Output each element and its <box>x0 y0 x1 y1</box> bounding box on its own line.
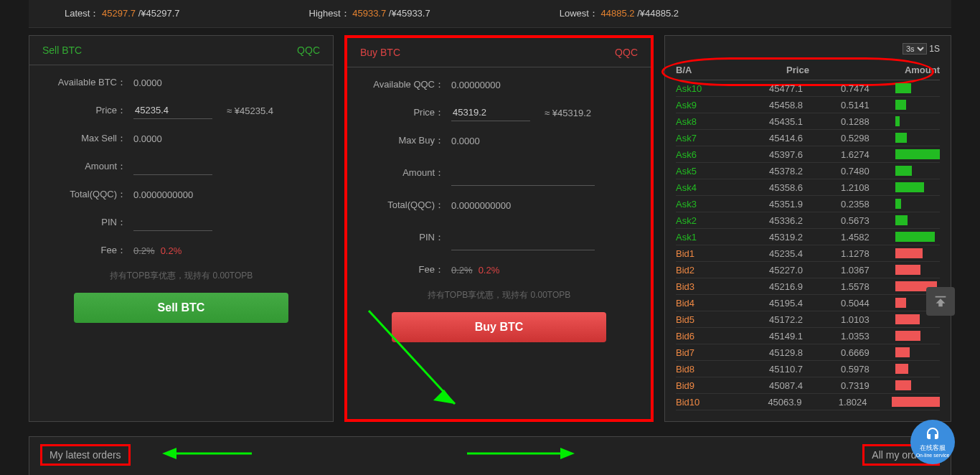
orderbook-row[interactable]: Ask145319.21.4582 <box>676 229 940 245</box>
row-price: 45435.1 <box>769 116 826 127</box>
approx: ≈ ¥45235.4 <box>227 105 273 116</box>
buy-title: Buy BTC <box>360 47 400 58</box>
orderbook-row[interactable]: Bid645149.11.0353 <box>676 328 940 344</box>
row-amount: 0.7474 <box>841 83 891 94</box>
headset-icon <box>923 426 942 443</box>
label: Fee： <box>365 263 451 276</box>
row-amount: 0.5044 <box>841 298 891 309</box>
stat-highest: Highest： 45933.7 /¥45933.7 <box>309 7 430 20</box>
row-price: 45351.9 <box>769 199 826 210</box>
orderbook-row[interactable]: Bid545172.21.0103 <box>676 311 940 328</box>
value: 0.0000 <box>451 136 480 146</box>
orderbook-row[interactable]: Ask245336.20.5673 <box>676 212 940 229</box>
approx: ≈ ¥45319.2 <box>545 108 591 118</box>
fee-new: 0.2% <box>161 245 182 256</box>
row-bar <box>895 100 906 110</box>
svg-marker-1 <box>433 390 455 404</box>
label: Fee： <box>47 244 133 257</box>
orderbook-row[interactable]: Ask745414.60.5298 <box>676 130 940 146</box>
row-label: Bid8 <box>676 364 733 375</box>
orderbook-row[interactable]: Bid345216.91.5578 <box>676 278 940 295</box>
orderbook-row[interactable]: Ask545378.20.7480 <box>676 163 940 179</box>
buy-pin-input[interactable] <box>451 225 595 250</box>
orderbook-row[interactable]: Bid745129.80.6669 <box>676 344 940 361</box>
orderbook-row[interactable]: Bid945087.40.7319 <box>676 377 940 394</box>
row-price: 45172.2 <box>769 314 826 325</box>
online-support-button[interactable]: 在线客服 On-line service <box>910 420 955 464</box>
sell-pin-input[interactable] <box>133 214 212 231</box>
orderbook-row[interactable]: Ask845435.10.1288 <box>676 113 940 130</box>
row-bar <box>892 397 940 407</box>
row-label: Ask10 <box>676 83 733 94</box>
row-amount: 0.2358 <box>841 199 891 210</box>
stat-latest: Latest： 45297.7 /¥45297.7 <box>65 7 180 20</box>
sell-amount-input[interactable] <box>133 158 212 175</box>
row-bar <box>895 248 923 258</box>
row-label: Ask4 <box>676 182 733 193</box>
orderbook-row[interactable]: Bid145235.41.1278 <box>676 245 940 262</box>
orderbook-row[interactable]: Bid445195.40.5044 <box>676 295 940 311</box>
label: Available QQC： <box>365 78 451 91</box>
orderbook-row[interactable]: Bid845110.70.5978 <box>676 361 940 377</box>
sell-currency: QQC <box>297 44 320 56</box>
row-amount: 1.8024 <box>839 397 888 408</box>
value: 44885.2 <box>601 8 635 19</box>
value: 45933.7 <box>352 8 386 19</box>
value: 0.0000 <box>133 133 162 144</box>
label: Lowest： <box>560 8 598 19</box>
buy-panel: Buy BTC QQC Available QQC：0.00000000 Pri… <box>344 35 654 422</box>
buy-note: 持有TOPB享优惠，现持有 0.00TOPB <box>365 289 633 301</box>
sub: /¥44885.2 <box>637 8 679 19</box>
sell-button[interactable]: Sell BTC <box>74 293 288 323</box>
scroll-top-button[interactable] <box>926 287 955 316</box>
row-label: Ask8 <box>676 116 733 127</box>
row-price: 45477.1 <box>769 83 826 94</box>
row-price: 45319.2 <box>769 232 826 243</box>
row-bar <box>895 182 924 192</box>
buy-price-input[interactable] <box>451 104 530 121</box>
orderbook-row[interactable]: Ask1045477.10.7474 <box>676 80 940 97</box>
row-label: Bid3 <box>676 281 733 292</box>
buy-amount-input[interactable] <box>451 160 595 186</box>
buy-currency: QQC <box>615 47 638 58</box>
row-amount: 0.5673 <box>841 215 891 226</box>
sell-title: Sell BTC <box>42 44 82 56</box>
row-amount: 0.7319 <box>841 380 891 391</box>
refresh-interval-select[interactable]: 3s <box>903 43 927 55</box>
sell-panel: Sell BTC QQC Available BTC：0.0000 Price：… <box>29 35 334 422</box>
row-price: 45397.6 <box>769 149 826 160</box>
buy-button[interactable]: Buy BTC <box>392 312 606 342</box>
orderbook-row[interactable]: Ask345351.90.2358 <box>676 196 940 212</box>
orderbook-row[interactable]: Ask945458.80.5141 <box>676 97 940 113</box>
row-amount: 0.1288 <box>841 116 891 127</box>
row-label: Bid6 <box>676 331 733 342</box>
row-price: 45063.9 <box>768 397 824 408</box>
label: Amount： <box>365 166 451 179</box>
row-bar <box>895 133 907 143</box>
orderbook-row[interactable]: Bid1045063.91.8024 <box>676 394 940 410</box>
row-amount: 1.6274 <box>841 149 891 160</box>
sub: /¥45933.7 <box>389 8 430 19</box>
orderbook-row[interactable]: Ask645397.61.6274 <box>676 146 940 163</box>
row-label: Bid4 <box>676 298 733 309</box>
row-label: Ask6 <box>676 149 733 160</box>
row-bar <box>895 265 920 275</box>
row-amount: 0.5141 <box>841 100 891 110</box>
row-price: 45129.8 <box>769 347 826 358</box>
row-amount: 1.1278 <box>841 248 891 259</box>
row-price: 45227.0 <box>769 265 826 276</box>
row-price: 45087.4 <box>769 380 826 391</box>
orderbook-row[interactable]: Ask445358.61.2108 <box>676 179 940 196</box>
row-price: 45235.4 <box>769 248 826 259</box>
row-bar <box>895 298 906 308</box>
sell-note: 持有TOPB享优惠，现持有 0.00TOPB <box>47 270 315 282</box>
row-bar <box>895 314 920 324</box>
value: 0.0000 <box>133 77 162 88</box>
row-label: Ask2 <box>676 215 733 226</box>
label: PIN： <box>365 231 451 244</box>
tab-my-latest-orders[interactable]: My latest orders <box>40 444 131 466</box>
row-amount: 0.5298 <box>841 133 891 144</box>
row-label: Ask1 <box>676 232 733 243</box>
sell-price-input[interactable] <box>133 102 212 119</box>
orderbook-row[interactable]: Bid245227.01.0367 <box>676 262 940 278</box>
